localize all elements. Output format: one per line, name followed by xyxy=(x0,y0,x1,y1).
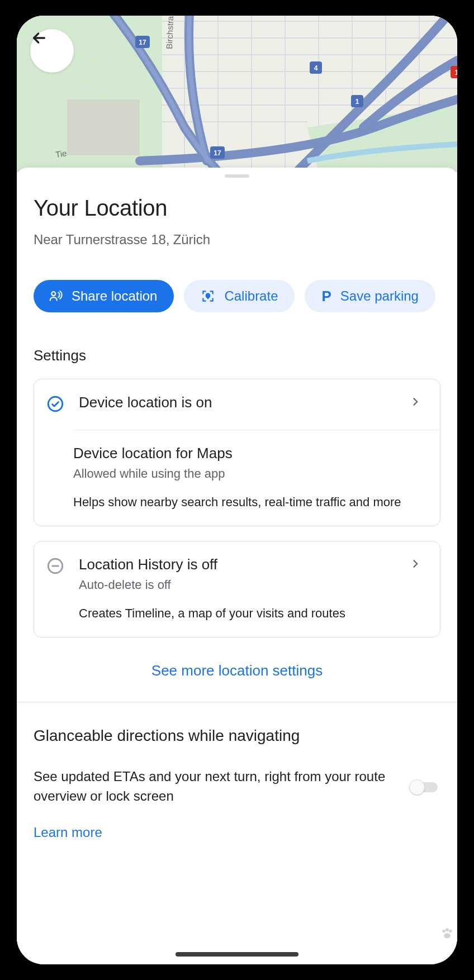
share-location-button[interactable]: Share location xyxy=(34,280,174,312)
chip-label: Calibrate xyxy=(224,288,278,304)
see-more-settings-link[interactable]: See more location settings xyxy=(34,662,440,679)
glanceable-toggle[interactable] xyxy=(409,778,440,796)
location-history-row[interactable]: Location History is off Auto-delete is o… xyxy=(34,541,440,637)
page-title: Your Location xyxy=(34,196,440,221)
svg-point-19 xyxy=(445,928,449,931)
device-location-row[interactable]: Device location is on xyxy=(34,379,440,430)
svg-text:17: 17 xyxy=(139,39,146,46)
row-title: Device location is on xyxy=(79,394,399,411)
svg-point-15 xyxy=(207,295,209,297)
svg-point-21 xyxy=(444,933,451,938)
street-label: Tie xyxy=(55,148,67,159)
map-preview[interactable]: 17 4 1 17 1 Birchs xyxy=(17,16,457,172)
chip-label: Save parking xyxy=(340,288,419,304)
minus-circle-icon xyxy=(46,556,68,577)
chevron-right-icon xyxy=(410,394,426,410)
svg-marker-3 xyxy=(67,99,140,155)
glanceable-title: Glanceable directions while navigating xyxy=(34,727,440,745)
chevron-right-icon xyxy=(410,556,426,572)
share-location-icon xyxy=(48,289,63,303)
divider xyxy=(17,702,457,702)
route-badge: 4 xyxy=(310,61,322,74)
chip-label: Share location xyxy=(72,288,157,304)
navigation-handle[interactable] xyxy=(176,952,298,957)
route-badge: 17 xyxy=(135,36,150,48)
route-badge: 1 xyxy=(351,95,363,107)
glanceable-description: See updated ETAs and your next turn, rig… xyxy=(34,767,398,806)
svg-text:1: 1 xyxy=(455,69,457,77)
check-circle-icon xyxy=(46,394,68,415)
learn-more-link[interactable]: Learn more xyxy=(34,825,440,840)
row-subtitle: Auto-delete is off xyxy=(79,578,399,592)
action-chip-row: Share location Calibrate xyxy=(34,280,440,312)
row-title: Location History is off xyxy=(79,556,399,573)
location-subtitle: Near Turnerstrasse 18, Zürich xyxy=(34,232,440,248)
svg-text:17: 17 xyxy=(214,149,221,157)
svg-text:1: 1 xyxy=(356,98,359,106)
row-description: Helps show nearby search results, real-t… xyxy=(73,493,426,511)
calibrate-button[interactable]: Calibrate xyxy=(184,280,295,312)
row-subtitle: Allowed while using the app xyxy=(73,467,426,481)
bottom-sheet: Your Location Near Turnerstrasse 18, Zür… xyxy=(17,168,457,964)
svg-point-14 xyxy=(51,292,55,296)
route-badge: 17 xyxy=(210,146,225,159)
svg-point-18 xyxy=(442,930,445,933)
row-description: Creates Timeline, a map of your visits a… xyxy=(79,605,399,622)
device-location-card: Device location is on Device location fo… xyxy=(34,379,440,526)
svg-point-20 xyxy=(449,930,452,933)
svg-text:4: 4 xyxy=(314,64,318,72)
row-title: Device location for Maps xyxy=(73,445,426,462)
street-label: Birchstra xyxy=(164,16,175,49)
route-badge: 1 xyxy=(451,66,457,78)
back-button[interactable] xyxy=(30,29,74,73)
paw-icon xyxy=(439,925,455,943)
location-history-card: Location History is off Auto-delete is o… xyxy=(34,541,440,638)
calibrate-icon xyxy=(201,289,215,303)
settings-heading: Settings xyxy=(34,347,440,364)
parking-icon: P xyxy=(321,288,331,305)
device-location-maps-row[interactable]: Device location for Maps Allowed while u… xyxy=(73,430,440,526)
save-parking-button[interactable]: P Save parking xyxy=(305,280,435,312)
